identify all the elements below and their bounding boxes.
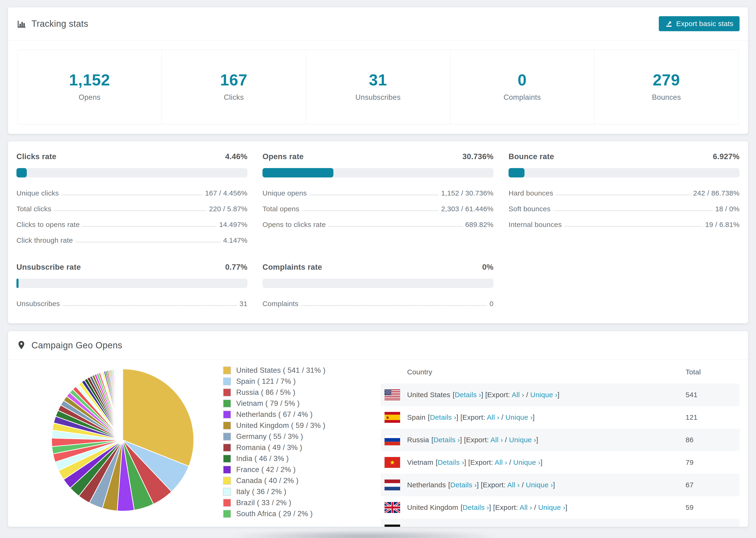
rate-rows: Complaints 0 (262, 300, 494, 308)
table-row-vn: Vietnam[Details ›] [Export: All › / Uniq… (381, 451, 739, 474)
pie-slice-other-48[interactable] (122, 369, 123, 440)
dotted-leader (301, 305, 487, 306)
country-flag-icon (385, 502, 400, 513)
export-all-link[interactable]: All › (495, 458, 507, 466)
export-all-link[interactable]: All › (512, 391, 524, 399)
country-name: Vietnam (407, 458, 433, 466)
rate-title: Clicks rate (17, 152, 56, 161)
column-header-total: Total (685, 368, 739, 376)
legend-swatch (223, 389, 231, 397)
legend-swatch (223, 477, 231, 485)
scrollbar-shadow (231, 530, 497, 538)
dotted-leader (310, 194, 438, 195)
stat-cell-unsubscribes: 31 Unsubscribes (306, 50, 450, 124)
metric-value: 2,303 / 61.446% (441, 205, 494, 213)
legend-label: Russia ( 86 / 5% ) (236, 388, 296, 397)
legend-swatch (223, 499, 231, 507)
legend-swatch (223, 377, 231, 385)
geo-pie-chart[interactable] (49, 367, 196, 513)
country-total: 541 (685, 391, 739, 399)
legend-label: United Kingdom ( 59 / 3% ) (236, 421, 325, 430)
progress-fill (509, 168, 524, 178)
export-unique-link[interactable]: Unique › (513, 458, 540, 466)
export-all-link[interactable]: All › (498, 526, 511, 527)
details-link[interactable]: Details › (455, 391, 481, 399)
details-link[interactable]: Details › (450, 481, 477, 489)
metric-label: Internal bounces (509, 221, 562, 229)
rate-rows: Unique clicks 167 / 4.456% Total clicks … (17, 189, 247, 244)
metric-label: Opens to clicks rate (262, 221, 326, 229)
country-flag-icon (385, 435, 400, 445)
metric-label: Unsubscribes (17, 300, 60, 308)
stat-value: 279 (594, 71, 738, 89)
rate-title: Bounce rate (509, 152, 554, 161)
metric-label: Total opens (262, 205, 299, 213)
rates-card: Clicks rate 4.46% Unique clicks 167 / 4.… (8, 141, 748, 323)
details-link[interactable]: Details › (438, 458, 464, 466)
metric-row: Unsubscribes 31 (17, 300, 247, 308)
rate-value: 30.736% (462, 152, 494, 161)
export-unique-link[interactable]: Unique › (530, 391, 558, 399)
legend-swatch (223, 400, 231, 407)
export-basic-stats-button[interactable]: Export basic stats (659, 16, 739, 31)
progress-fill (262, 168, 333, 178)
metric-label: Total clicks (17, 205, 51, 213)
metric-label: Unique opens (262, 189, 307, 197)
rate-block-opens-rate: Opens rate 30.736% Unique opens 1,152 / … (262, 152, 494, 244)
rate-value: 4.46% (225, 152, 247, 161)
metric-row: Complaints 0 (262, 300, 494, 308)
details-link[interactable]: Details › (433, 436, 460, 444)
export-unique-link[interactable]: Unique › (509, 436, 536, 444)
metric-value: 167 / 4.456% (205, 189, 247, 197)
legend-label: Spain ( 121 / 7% ) (236, 377, 296, 386)
legend-swatch (223, 455, 231, 463)
country-name: Germany (407, 526, 436, 527)
stat-label: Opens (18, 93, 162, 102)
details-link[interactable]: Details › (462, 504, 489, 511)
legend-label: France ( 42 / 2% ) (236, 465, 296, 474)
legend-label: United States ( 541 / 31% ) (236, 366, 325, 375)
progress-track (17, 279, 247, 288)
metric-row: Total opens 2,303 / 61.446% (262, 205, 494, 213)
metric-value: 18 / 0% (715, 205, 739, 213)
country-name: Russia (407, 436, 429, 444)
rate-block-clicks-rate: Clicks rate 4.46% Unique clicks 167 / 4.… (17, 152, 247, 244)
metric-label: Click through rate (17, 237, 73, 244)
rate-block-bounce-rate: Bounce rate 6.927% Hard bounces 242 / 86… (509, 152, 739, 244)
export-unique-link[interactable]: Unique › (506, 413, 533, 421)
export-all-link[interactable]: All › (507, 481, 519, 489)
country-total: 55 (685, 526, 739, 527)
dotted-leader (328, 226, 462, 227)
legend-item-germany: Germany ( 55 / 3% ) (223, 432, 381, 441)
geo-table-header: Country Total (381, 360, 739, 384)
legend-item-italy: Italy ( 36 / 2% ) (223, 488, 381, 496)
country-total: 67 (685, 481, 739, 489)
stat-label: Clicks (162, 93, 306, 102)
details-link[interactable]: Details › (441, 526, 467, 527)
export-all-link[interactable]: All › (487, 413, 499, 421)
legend-swatch (223, 510, 231, 518)
metric-row: Unique opens 1,152 / 30.736% (262, 189, 494, 197)
legend-label: Brazil ( 33 / 2% ) (236, 499, 291, 507)
export-unique-link[interactable]: Unique › (538, 504, 566, 511)
dotted-leader (556, 194, 690, 195)
details-link[interactable]: Details › (430, 413, 457, 421)
export-all-link[interactable]: All › (519, 504, 532, 511)
export-icon (665, 20, 673, 28)
legend-swatch (223, 422, 231, 430)
export-unique-link[interactable]: Unique › (526, 481, 553, 489)
stat-cell-complaints: 0 Complaints (450, 50, 594, 124)
legend-label: Italy ( 36 / 2% ) (236, 488, 287, 496)
legend-item-netherlands: Netherlands ( 67 / 4% ) (223, 410, 381, 419)
export-all-link[interactable]: All › (490, 436, 503, 444)
bar-chart-icon (17, 19, 27, 29)
metric-label: Clicks to opens rate (17, 221, 80, 229)
dotted-leader (82, 226, 216, 227)
legend-item-romania: Romania ( 49 / 3% ) (223, 443, 381, 452)
geo-legend: United States ( 541 / 31% ) Spain ( 121 … (223, 366, 381, 521)
legend-swatch (223, 444, 231, 452)
geo-opens-title-text: Campaign Geo Opens (31, 340, 122, 350)
export-unique-link[interactable]: Unique › (516, 526, 544, 527)
metric-value: 689.82% (465, 221, 494, 229)
country-total: 86 (685, 436, 739, 444)
